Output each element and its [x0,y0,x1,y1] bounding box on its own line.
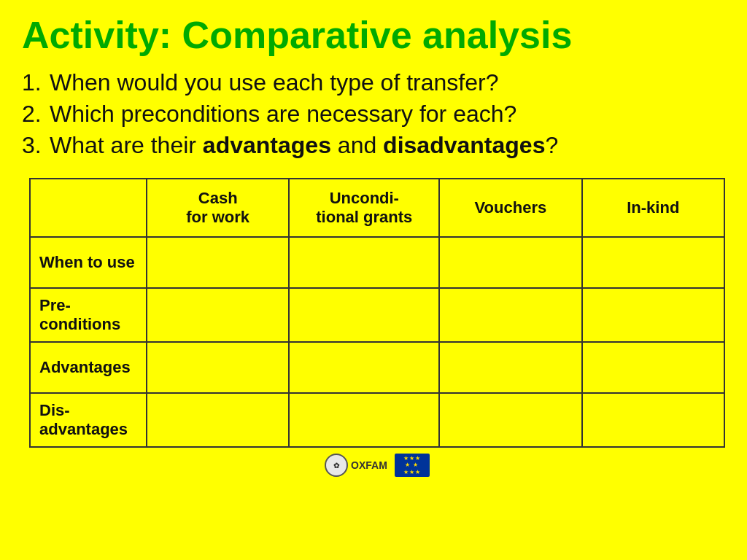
header-unconditional-grants: Uncondi-tional grants [289,179,439,237]
questions-list: 1. When would you use each type of trans… [22,69,725,163]
row-label-when-to-use: When to use [30,237,147,288]
oxfam-circle-icon: ✿ [325,454,348,477]
slide-container: Activity: Comparative analysis 1. When w… [0,0,747,560]
question-3: 3. What are their advantages and disadva… [22,132,725,159]
row-label-disadvantages: Dis-advantages [30,393,147,447]
cell-when-inkind [582,237,724,288]
question-2: 2. Which preconditions are necessary for… [22,101,725,128]
question-2-text: Which preconditions are necessary for ea… [50,101,516,128]
slide-footer: ✿ OXFAM ★★★★ ★★★★ [29,454,725,477]
table-header-row: Cashfor work Uncondi-tional grants Vouch… [30,179,724,237]
advantages-bold: advantages [203,132,331,158]
comparison-table: Cashfor work Uncondi-tional grants Vouch… [29,178,725,448]
header-vouchers: Vouchers [439,179,581,237]
cell-pre-unconditional [289,288,439,342]
cell-adv-inkind [582,342,724,393]
question-2-number: 2. [22,101,44,128]
cell-when-vouchers [439,237,581,288]
cell-when-cash [147,237,289,288]
table-row-disadvantages: Dis-advantages [30,393,724,447]
cell-pre-vouchers [439,288,581,342]
table-row-preconditions: Pre-conditions [30,288,724,342]
header-in-kind: In-kind [582,179,724,237]
eu-logo: ★★★★ ★★★★ [395,454,430,477]
cell-pre-cash [147,288,289,342]
row-label-preconditions: Pre-conditions [30,288,147,342]
cell-dis-vouchers [439,393,581,447]
header-empty-cell [30,179,147,237]
cell-dis-cash [147,393,289,447]
slide-title: Activity: Comparative analysis [22,15,725,56]
question-1-text: When would you use each type of transfer… [50,69,498,96]
oxfam-logo: ✿ OXFAM [325,454,387,477]
cell-pre-inkind [582,288,724,342]
row-label-advantages: Advantages [30,342,147,393]
table-row-when-to-use: When to use [30,237,724,288]
header-cash-for-work: Cashfor work [147,179,289,237]
comparison-table-wrapper: Cashfor work Uncondi-tional grants Vouch… [29,178,725,545]
question-3-text: What are their advantages and disadvanta… [50,132,558,159]
cell-dis-unconditional [289,393,439,447]
table-row-advantages: Advantages [30,342,724,393]
disadvantages-bold: disadvantages [383,132,545,158]
oxfam-text: OXFAM [351,459,387,471]
question-3-number: 3. [22,132,44,159]
cell-adv-cash [147,342,289,393]
cell-adv-unconditional [289,342,439,393]
question-1: 1. When would you use each type of trans… [22,69,725,96]
eu-stars-icon: ★★★★ ★★★★ [403,455,421,476]
cell-when-unconditional [289,237,439,288]
question-1-number: 1. [22,69,44,96]
cell-adv-vouchers [439,342,581,393]
cell-dis-inkind [582,393,724,447]
